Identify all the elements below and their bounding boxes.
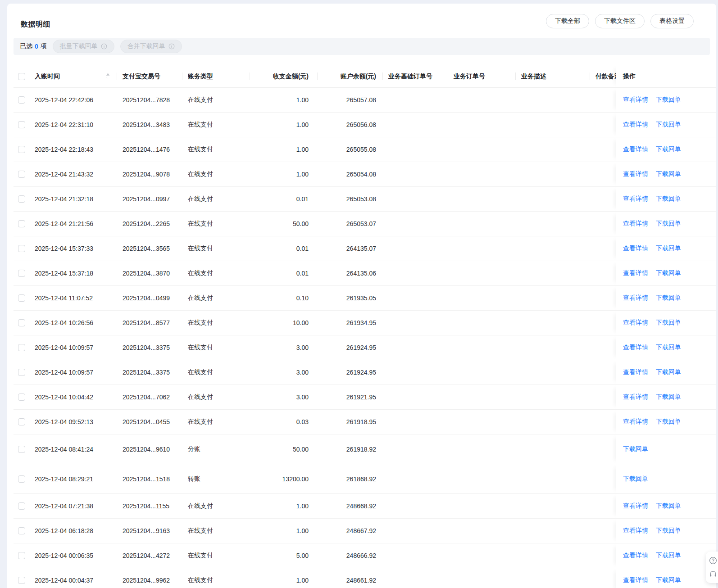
row-checkbox[interactable] <box>18 552 25 559</box>
download-receipt-link[interactable]: 下载回单 <box>656 344 681 352</box>
download-receipt-link[interactable]: 下载回单 <box>656 170 681 178</box>
cell-txn-no: 20251204...3375 <box>117 360 182 384</box>
view-details-link[interactable]: 查看详情 <box>623 527 648 535</box>
cell-account-type: 在线支付 <box>182 543 250 568</box>
cell-order-no <box>448 410 516 434</box>
row-actions: 查看详情下载回单 <box>616 88 716 112</box>
table-row: 2025-12-04 11:07:52 20251204...0499 在线支付… <box>14 286 716 311</box>
help-question-icon[interactable] <box>709 556 717 565</box>
row-checkbox[interactable] <box>18 171 25 178</box>
download-receipt-link[interactable]: 下载回单 <box>656 552 681 560</box>
download-receipt-link[interactable]: 下载回单 <box>656 393 681 401</box>
row-checkbox[interactable] <box>18 121 25 128</box>
cell-base-order-no <box>383 261 448 285</box>
cell-balance: 261934.95 <box>318 311 383 335</box>
view-details-link[interactable]: 查看详情 <box>623 269 648 277</box>
row-checkbox[interactable] <box>18 446 25 453</box>
view-details-link[interactable]: 查看详情 <box>623 576 648 584</box>
download-receipt-link[interactable]: 下载回单 <box>656 294 681 302</box>
download-receipt-link[interactable]: 下载回单 <box>656 96 681 104</box>
cell-balance: 248666.92 <box>318 543 383 568</box>
table-row: 2025-12-04 07:21:38 20251204...1155 在线支付… <box>14 494 716 519</box>
batch-download-button[interactable]: 批量下载回单 <box>53 40 114 53</box>
view-details-link[interactable]: 查看详情 <box>623 170 648 178</box>
download-receipt-link[interactable]: 下载回单 <box>623 445 648 453</box>
view-details-link[interactable]: 查看详情 <box>623 502 648 510</box>
selected-suffix: 项 <box>41 42 47 50</box>
row-checkbox[interactable] <box>18 294 25 302</box>
view-details-link[interactable]: 查看详情 <box>623 294 648 302</box>
download-receipt-link[interactable]: 下载回单 <box>656 576 681 584</box>
download-receipt-link[interactable]: 下载回单 <box>656 269 681 277</box>
row-checkbox[interactable] <box>18 475 25 483</box>
cell-amount: 0.01 <box>250 261 318 285</box>
cell-account-type: 在线支付 <box>182 137 250 162</box>
cell-base-order-no <box>383 187 448 211</box>
view-details-link[interactable]: 查看详情 <box>623 552 648 560</box>
row-checkbox[interactable] <box>18 270 25 277</box>
row-checkbox[interactable] <box>18 220 25 227</box>
view-details-link[interactable]: 查看详情 <box>623 393 648 401</box>
download-all-button[interactable]: 下载全部 <box>546 14 589 28</box>
cell-amount: 0.01 <box>250 236 318 261</box>
cell-time: 2025-12-04 21:32:18 <box>29 187 117 211</box>
cell-order-no <box>448 286 516 310</box>
view-details-link[interactable]: 查看详情 <box>623 195 648 203</box>
download-receipt-link[interactable]: 下载回单 <box>623 475 648 483</box>
cell-account-type: 在线支付 <box>182 212 250 236</box>
row-checkbox[interactable] <box>18 195 25 203</box>
download-receipt-link[interactable]: 下载回单 <box>656 368 681 376</box>
row-actions: 查看详情下载回单 <box>616 568 716 588</box>
row-checkbox[interactable] <box>18 418 25 425</box>
view-details-link[interactable]: 查看详情 <box>623 220 648 228</box>
column-header-time[interactable]: 入账时间 <box>29 65 117 87</box>
view-details-link[interactable]: 查看详情 <box>623 368 648 376</box>
download-receipt-link[interactable]: 下载回单 <box>656 502 681 510</box>
row-checkbox[interactable] <box>18 577 25 584</box>
row-checkbox[interactable] <box>18 245 25 252</box>
cell-amount: 3.00 <box>250 360 318 384</box>
download-receipt-link[interactable]: 下载回单 <box>656 145 681 154</box>
row-checkbox[interactable] <box>18 369 25 376</box>
merge-download-button[interactable]: 合并下载回单 <box>120 40 182 53</box>
download-receipt-link[interactable]: 下载回单 <box>656 244 681 253</box>
row-checkbox[interactable] <box>18 527 25 534</box>
view-details-link[interactable]: 查看详情 <box>623 145 648 154</box>
view-details-link[interactable]: 查看详情 <box>623 244 648 253</box>
cell-description <box>516 464 590 493</box>
row-checkbox[interactable] <box>18 146 25 153</box>
row-checkbox[interactable] <box>18 96 25 104</box>
cell-amount: 0.10 <box>250 286 318 310</box>
row-checkbox[interactable] <box>18 344 25 351</box>
download-receipt-link[interactable]: 下载回单 <box>656 121 681 129</box>
cell-txn-no: 20251204...3483 <box>117 113 182 137</box>
view-details-link[interactable]: 查看详情 <box>623 96 648 104</box>
download-receipt-link[interactable]: 下载回单 <box>656 319 681 327</box>
row-checkbox[interactable] <box>18 319 25 326</box>
cell-account-type: 在线支付 <box>182 113 250 137</box>
view-details-link[interactable]: 查看详情 <box>623 319 648 327</box>
table-settings-button[interactable]: 表格设置 <box>650 14 694 28</box>
cell-balance: 265055.08 <box>318 137 383 162</box>
row-actions: 查看详情下载回单 <box>616 162 716 186</box>
row-checkbox[interactable] <box>18 502 25 510</box>
download-receipt-link[interactable]: 下载回单 <box>656 527 681 535</box>
column-header-amount: 收支金额(元) <box>250 65 318 87</box>
support-headset-icon[interactable] <box>709 570 717 578</box>
cell-balance: 265057.08 <box>318 88 383 112</box>
sort-icon[interactable] <box>106 73 110 80</box>
view-details-link[interactable]: 查看详情 <box>623 418 648 426</box>
cell-balance: 264135.06 <box>318 261 383 285</box>
download-filezone-button[interactable]: 下载文件区 <box>595 14 645 28</box>
view-details-link[interactable]: 查看详情 <box>623 344 648 352</box>
cell-account-type: 在线支付 <box>182 385 250 409</box>
download-receipt-link[interactable]: 下载回单 <box>656 418 681 426</box>
view-details-link[interactable]: 查看详情 <box>623 121 648 129</box>
cell-base-order-no <box>383 137 448 162</box>
download-receipt-link[interactable]: 下载回单 <box>656 220 681 228</box>
cell-order-no <box>448 335 516 360</box>
download-receipt-link[interactable]: 下载回单 <box>656 195 681 203</box>
cell-txn-no: 20251204...9078 <box>117 162 182 186</box>
row-checkbox[interactable] <box>18 394 25 401</box>
select-all-checkbox[interactable] <box>18 73 25 80</box>
